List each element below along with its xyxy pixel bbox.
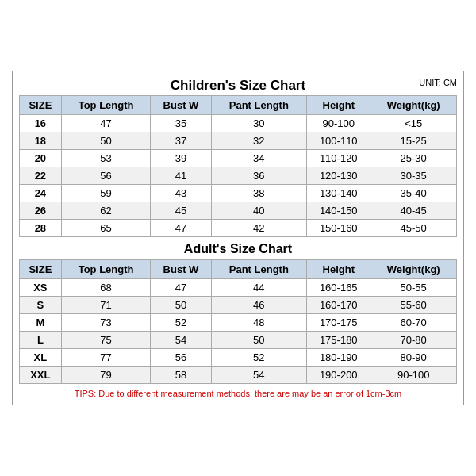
adults-col-top-length: Top Length xyxy=(61,260,151,279)
table-cell: 47 xyxy=(151,279,211,297)
table-cell: XS xyxy=(20,279,62,297)
table-row: 20533934110-12025-30 xyxy=(20,150,457,167)
table-row: 26624540140-15040-45 xyxy=(20,202,457,220)
table-cell: M xyxy=(20,314,62,332)
table-cell: 160-170 xyxy=(307,297,370,314)
table-row: 1647353090-100<15 xyxy=(20,115,457,132)
table-cell: 56 xyxy=(151,349,211,367)
table-row: 18503732100-11015-25 xyxy=(20,132,457,150)
tips-text: TIPS: Due to different measurement metho… xyxy=(19,389,457,398)
adults-chart-title: Adult's Size Chart xyxy=(19,242,457,256)
table-cell: 70-80 xyxy=(370,332,457,349)
table-row: XXL795854190-20090-100 xyxy=(20,367,457,384)
table-cell: 120-130 xyxy=(307,167,370,185)
table-cell: 100-110 xyxy=(307,132,370,150)
table-cell: S xyxy=(20,297,62,314)
table-cell: 47 xyxy=(151,220,211,237)
table-cell: 35 xyxy=(151,115,211,132)
table-row: XL775652180-19080-90 xyxy=(20,349,457,367)
table-cell: 24 xyxy=(20,185,62,202)
table-cell: 140-150 xyxy=(307,202,370,220)
table-cell: 80-90 xyxy=(370,349,457,367)
children-header-row: SIZE Top Length Bust W Pant Length Heigh… xyxy=(20,96,457,115)
table-row: S715046160-17055-60 xyxy=(20,297,457,314)
table-cell: 22 xyxy=(20,167,62,185)
table-cell: 180-190 xyxy=(307,349,370,367)
table-cell: 43 xyxy=(151,185,211,202)
table-cell: 47 xyxy=(61,115,151,132)
table-cell: 40 xyxy=(211,202,307,220)
adults-col-bust-w: Bust W xyxy=(151,260,211,279)
table-cell: 28 xyxy=(20,220,62,237)
table-cell: 36 xyxy=(211,167,307,185)
table-row: 22564136120-13030-35 xyxy=(20,167,457,185)
children-col-weight: Weight(kg) xyxy=(370,96,457,115)
children-col-height: Height xyxy=(307,96,370,115)
table-row: L755450175-18070-80 xyxy=(20,332,457,349)
table-cell: 48 xyxy=(211,314,307,332)
table-cell: 59 xyxy=(61,185,151,202)
table-cell: 150-160 xyxy=(307,220,370,237)
table-cell: 65 xyxy=(61,220,151,237)
children-size-table: SIZE Top Length Bust W Pant Length Heigh… xyxy=(19,95,457,237)
table-cell: 15-25 xyxy=(370,132,457,150)
table-cell: 110-120 xyxy=(307,150,370,167)
children-col-top-length: Top Length xyxy=(61,96,151,115)
table-cell: 26 xyxy=(20,202,62,220)
table-cell: 77 xyxy=(61,349,151,367)
table-cell: 38 xyxy=(211,185,307,202)
table-cell: 71 xyxy=(61,297,151,314)
table-cell: XXL xyxy=(20,367,62,384)
table-cell: 54 xyxy=(211,367,307,384)
table-cell: 30 xyxy=(211,115,307,132)
main-title: Children's Size Chart UNIT: CM xyxy=(19,78,457,94)
table-row: 28654742150-16045-50 xyxy=(20,220,457,237)
table-cell: 175-180 xyxy=(307,332,370,349)
table-cell: 44 xyxy=(211,279,307,297)
table-cell: 45-50 xyxy=(370,220,457,237)
table-cell: 90-100 xyxy=(370,367,457,384)
table-cell: 50 xyxy=(61,132,151,150)
table-row: 24594338130-14035-40 xyxy=(20,185,457,202)
adults-size-table: SIZE Top Length Bust W Pant Length Heigh… xyxy=(19,259,457,384)
adults-col-height: Height xyxy=(307,260,370,279)
table-cell: 90-100 xyxy=(307,115,370,132)
adults-col-pant-length: Pant Length xyxy=(211,260,307,279)
children-col-size: SIZE xyxy=(20,96,62,115)
table-cell: 20 xyxy=(20,150,62,167)
table-cell: 68 xyxy=(61,279,151,297)
table-cell: 34 xyxy=(211,150,307,167)
children-col-bust-w: Bust W xyxy=(151,96,211,115)
table-cell: <15 xyxy=(370,115,457,132)
table-cell: 52 xyxy=(211,349,307,367)
table-cell: 52 xyxy=(151,314,211,332)
table-cell: 25-30 xyxy=(370,150,457,167)
table-cell: XL xyxy=(20,349,62,367)
table-cell: 190-200 xyxy=(307,367,370,384)
table-cell: 130-140 xyxy=(307,185,370,202)
table-cell: 160-165 xyxy=(307,279,370,297)
table-cell: 53 xyxy=(61,150,151,167)
unit-label: UNIT: CM xyxy=(419,78,457,87)
table-cell: 39 xyxy=(151,150,211,167)
table-cell: L xyxy=(20,332,62,349)
table-cell: 50 xyxy=(211,332,307,349)
table-cell: 55-60 xyxy=(370,297,457,314)
table-cell: 46 xyxy=(211,297,307,314)
table-row: XS684744160-16550-55 xyxy=(20,279,457,297)
table-cell: 50-55 xyxy=(370,279,457,297)
table-cell: 37 xyxy=(151,132,211,150)
chart-container: Children's Size Chart UNIT: CM SIZE Top … xyxy=(12,71,464,405)
table-cell: 35-40 xyxy=(370,185,457,202)
table-cell: 41 xyxy=(151,167,211,185)
table-cell: 75 xyxy=(61,332,151,349)
table-cell: 18 xyxy=(20,132,62,150)
table-cell: 42 xyxy=(211,220,307,237)
children-col-pant-length: Pant Length xyxy=(211,96,307,115)
adults-col-size: SIZE xyxy=(20,260,62,279)
table-cell: 73 xyxy=(61,314,151,332)
table-cell: 45 xyxy=(151,202,211,220)
table-row: M735248170-17560-70 xyxy=(20,314,457,332)
table-cell: 79 xyxy=(61,367,151,384)
table-cell: 54 xyxy=(151,332,211,349)
